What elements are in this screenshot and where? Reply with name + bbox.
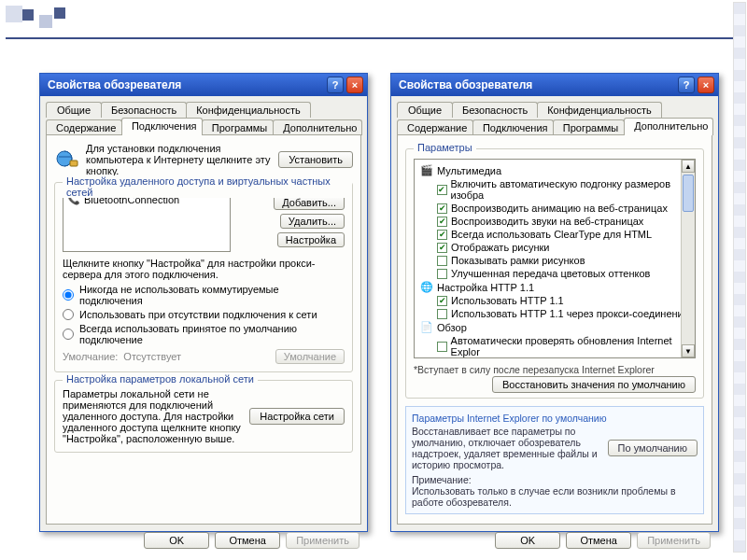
reset-note-label: Примечание: (412, 474, 472, 485)
checkbox-icon[interactable]: ✔ (437, 269, 447, 279)
setup-button[interactable]: Установить (278, 151, 353, 168)
tree-checkbox-item[interactable]: ✔Отображать рисунки (416, 241, 693, 254)
checkbox-icon[interactable]: ✔ (437, 185, 447, 195)
tree-label: Включить автоматическую подгонку размеро… (451, 178, 693, 201)
tree-checkbox-item[interactable]: ✔Использовать HTTP 1.1 (416, 294, 693, 307)
titlebar: Свойства обозревателя ? × (391, 74, 718, 96)
tab-content[interactable]: Содержание (46, 119, 122, 135)
checkbox-icon[interactable]: ✔ (437, 243, 447, 253)
settings-tree[interactable]: ▲ ▼ 🎬Мультимедиа✔Включить автоматическую… (414, 159, 696, 358)
group-settings: Параметры ▲ ▼ 🎬Мультимедиа✔Включить авто… (405, 148, 704, 399)
restart-note: *Вступает в силу после перезапуска Inter… (414, 364, 696, 375)
scroll-down-icon[interactable]: ▼ (682, 344, 695, 357)
reset-button[interactable]: По умолчанию (608, 440, 698, 456)
tree-label: Показывать рамки рисунков (451, 255, 585, 266)
tree-label: Мультимедиа (437, 165, 501, 176)
checkbox-icon[interactable]: ✔ (437, 296, 447, 306)
tree-checkbox-item[interactable]: ✔Воспроизводить анимацию на веб-страница… (416, 202, 693, 215)
checkbox-icon[interactable]: ✔ (437, 217, 447, 227)
tree-label: Всегда использовать ClearType для HTML (451, 229, 652, 240)
checkbox-icon[interactable]: ✔ (437, 203, 447, 214)
tab-general[interactable]: Общие (397, 102, 453, 118)
tree-checkbox-item[interactable]: ✔Воспроизводить звуки на веб-страницах (416, 215, 693, 228)
reset-note-text: Использовать только в случае если возник… (412, 485, 675, 508)
tree-category[interactable]: 📄Обзор (416, 320, 693, 334)
tab-general[interactable]: Общие (46, 102, 102, 118)
scroll-thumb[interactable] (683, 175, 694, 212)
tree-label: Автоматически проверять обновления Inter… (451, 335, 693, 357)
tab-privacy[interactable]: Конфиденциальность (186, 102, 311, 118)
tabstrip: Общие Безопасность Конфиденциальность Со… (40, 96, 367, 525)
close-button[interactable]: × (698, 77, 714, 93)
globe-connection-icon (54, 147, 80, 173)
tree-checkbox-item[interactable]: ✔Включить автоматическую подгонку размер… (416, 177, 693, 202)
tree-category[interactable]: 🎬Мультимедиа (416, 163, 693, 177)
tree-label: Использовать HTTP 1.1 (451, 295, 564, 306)
tree-label: Воспроизводить звуки на веб-страницах (451, 216, 643, 227)
titlebar: Свойства обозревателя ? × (40, 74, 367, 96)
cancel-button[interactable]: Отмена (566, 532, 631, 549)
radio-always-dial[interactable]: Всегда использовать принятое по умолчани… (63, 323, 345, 345)
setup-text: Для установки подключения компьютера к И… (86, 143, 273, 176)
checkbox-icon[interactable]: ✔ (437, 256, 447, 266)
close-button[interactable]: × (346, 77, 363, 93)
lan-legend: Настройка параметров локальной сети (63, 373, 258, 385)
tree-checkbox-item[interactable]: ✔Всегда использовать ClearType для HTML (416, 228, 693, 241)
dialog-connections: Свойства обозревателя ? × Общие Безопасн… (39, 73, 368, 532)
lan-settings-button[interactable]: Настройка сети (249, 408, 345, 425)
deco-square (39, 15, 52, 28)
radio-never-dial[interactable]: Никогда не использовать коммутируемые по… (63, 284, 345, 306)
tab-security[interactable]: Безопасность (101, 102, 187, 118)
group-dialup: Настройка удаленного доступа и виртуальн… (54, 182, 353, 372)
tab-privacy[interactable]: Конфиденциальность (537, 102, 662, 118)
default-button: Умолчание (275, 349, 345, 364)
remove-button[interactable]: Удалить... (280, 214, 345, 229)
slide-separator (6, 37, 738, 39)
connections-list[interactable]: 📞 BluetoothConnection (63, 190, 231, 252)
deco-square (22, 9, 34, 21)
tab-connections[interactable]: Подключения (472, 119, 554, 135)
tree-label: Настройка HTTP 1.1 (437, 282, 534, 293)
browser-icon: 📄 (420, 321, 433, 333)
deco-square (6, 6, 22, 22)
checkbox-icon[interactable]: ✔ (437, 342, 447, 352)
ok-button[interactable]: OK (495, 532, 560, 549)
tree-checkbox-item[interactable]: ✔Улучшенная передача цветовых оттенков (416, 267, 693, 280)
tree-checkbox-item[interactable]: ✔Показывать рамки рисунков (416, 254, 693, 267)
tree-checkbox-item[interactable]: ✔Использовать HTTP 1.1 через прокси-соед… (416, 307, 693, 320)
restore-defaults-button[interactable]: Восстановить значения по умолчанию (492, 376, 696, 393)
tab-advanced[interactable]: Дополнительно (273, 119, 362, 135)
tabpanel-connections: Для установки подключения компьютера к И… (46, 134, 361, 525)
help-button[interactable]: ? (327, 77, 344, 93)
settings-button[interactable]: Настройка (277, 232, 345, 247)
checkbox-icon[interactable]: ✔ (437, 309, 447, 319)
proxy-help-text: Щелкните кнопку "Настройка" для настройк… (63, 258, 345, 280)
default-value: Отсутствует (123, 351, 269, 362)
tab-content[interactable]: Содержание (397, 119, 473, 135)
dialog-advanced: Свойства обозревателя ? × Общие Безопасн… (390, 73, 719, 532)
ok-button[interactable]: OK (144, 532, 209, 549)
reset-text: Восстанавливает все параметры по умолчан… (412, 426, 602, 470)
tab-programs[interactable]: Программы (553, 119, 625, 135)
tab-programs[interactable]: Программы (202, 119, 274, 135)
radio-dial-when-no-net[interactable]: Использовать при отсутствии подключения … (63, 309, 345, 320)
tab-connections[interactable]: Подключения (121, 118, 203, 135)
scrollbar[interactable]: ▲ ▼ (681, 160, 695, 357)
scroll-up-icon[interactable]: ▲ (682, 160, 695, 173)
lan-text: Параметры локальной сети не применяются … (63, 388, 244, 444)
slide-decoration (6, 6, 65, 28)
dialog-footer: OK Отмена Применить (40, 525, 367, 549)
tab-security[interactable]: Безопасность (452, 102, 538, 118)
cancel-button[interactable]: Отмена (215, 532, 280, 549)
deco-square (54, 7, 65, 19)
window-title: Свойства обозревателя (48, 78, 181, 91)
tab-advanced[interactable]: Дополнительно (624, 118, 713, 135)
apply-button: Применить (637, 532, 711, 549)
checkbox-icon[interactable]: ✔ (437, 230, 447, 240)
slide-scroll-decoration (733, 2, 746, 553)
group-lan: Настройка параметров локальной сети Пара… (54, 380, 353, 453)
http-icon: 🌐 (420, 281, 433, 293)
tree-category[interactable]: 🌐Настройка HTTP 1.1 (416, 280, 693, 294)
tree-checkbox-item[interactable]: ✔Автоматически проверять обновления Inte… (416, 334, 693, 358)
help-button[interactable]: ? (678, 77, 695, 93)
